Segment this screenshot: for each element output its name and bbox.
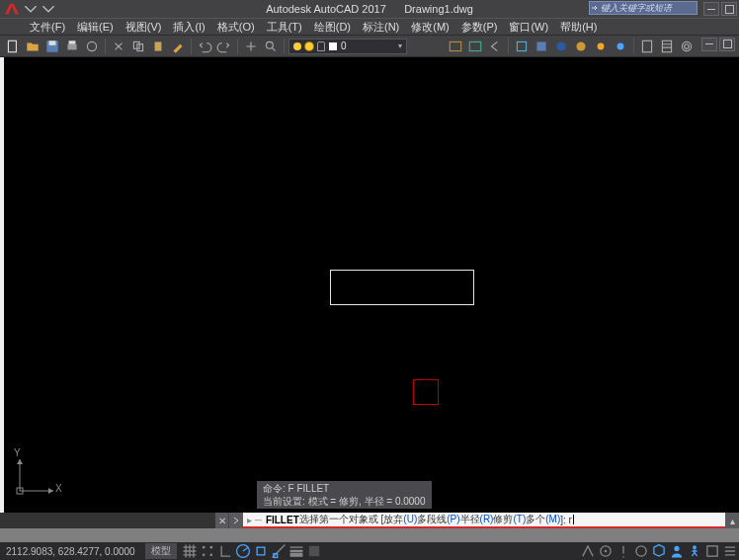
copy-button[interactable] [129,38,147,55]
quick-access-toolbar [41,2,55,16]
plot-preview-button[interactable] [83,38,101,55]
status-bar: 2112.9083, 628.4277, 0.0000 模型 [0,542,739,560]
redo-button[interactable] [215,38,233,55]
qat-dropdown-icon[interactable] [41,2,55,16]
workspace-switching-button[interactable] [597,543,615,559]
clean-screen-button[interactable] [703,543,721,559]
snap-toggle[interactable] [199,543,216,559]
menu-window[interactable]: 窗口(W) [509,20,548,35]
save-button[interactable] [43,38,61,55]
prompt-text: 选择第一个对象或 [ [299,513,384,526]
cut-button[interactable] [110,38,127,55]
title-bar: Autodesk AutoCAD 2017 Drawing1.dwg [0,0,739,18]
window-controls [703,2,737,16]
isolate-objects-button[interactable] [650,543,668,559]
prompt-option[interactable]: 多段线(P) [417,513,459,526]
new-button[interactable] [4,38,22,55]
render-button[interactable] [552,38,570,55]
sun-button[interactable] [592,38,610,55]
command-prompt[interactable]: ▸ ─ FILLET 选择第一个对象或 [ 放弃(U) 多段线(P) 半径(R)… [243,513,725,528]
person-icon[interactable] [668,543,686,559]
menu-insert[interactable]: 插入(I) [173,20,205,35]
svg-point-24 [209,546,212,549]
annotation-monitor-button[interactable] [615,543,632,559]
arrow-right-icon [590,3,599,13]
menu-dimension[interactable]: 标注(N) [363,20,399,35]
transparency-toggle[interactable] [305,543,323,559]
menu-parametric[interactable]: 参数(P) [461,20,498,35]
svg-rect-8 [155,41,162,50]
command-line-history-icon[interactable]: ▴ [725,513,739,528]
prompt-option[interactable]: 放弃(U) [383,513,417,526]
menu-tools[interactable]: 工具(T) [267,20,302,35]
osnap-toggle[interactable] [252,543,270,559]
layer-properties-button[interactable] [447,38,464,55]
zoom-button[interactable] [262,38,280,55]
hardware-acceleration-button[interactable] [632,543,650,559]
ortho-toggle[interactable] [216,543,234,559]
doc-minimize-button[interactable] [701,38,717,51]
svg-rect-12 [517,41,526,50]
svg-rect-7 [137,43,143,50]
menu-draw[interactable]: 绘图(D) [314,20,351,35]
match-properties-button[interactable] [169,38,187,55]
app-logo[interactable] [0,0,24,18]
svg-point-20 [685,43,690,48]
prompt-option[interactable]: 半径(R) [460,513,494,526]
menu-format[interactable]: 格式(O) [217,20,255,35]
help-search-input[interactable] [599,3,697,13]
ucs-icon: Y X [14,451,59,499]
coordinates-display[interactable]: 2112.9083, 628.4277, 0.0000 [0,546,141,557]
layer-previous-button[interactable] [486,38,504,55]
polar-toggle[interactable] [234,543,252,559]
doc-restore-button[interactable] [719,38,735,51]
prompt-option[interactable]: 修剪(T) [493,513,526,526]
light-button[interactable] [612,38,629,55]
help-search[interactable] [589,1,698,15]
menu-file[interactable]: 文件(F) [30,20,65,35]
toolbar-separator [284,39,285,54]
visual-style-button[interactable] [572,38,590,55]
grid-toggle[interactable] [181,543,199,559]
customize-status-bar-button[interactable] [721,543,739,559]
toolbar-separator [633,38,634,53]
command-line-grip[interactable] [0,513,215,528]
model-space-canvas[interactable]: Y X 命令: F FILLET 当前设置: 模式 = 修剪, 半径 = 0.0… [4,57,739,513]
menu-edit[interactable]: 编辑(E) [77,20,114,35]
otrack-toggle[interactable] [270,543,287,559]
open-button[interactable] [24,38,41,55]
prompt-option[interactable]: 多个(M) [526,513,560,526]
svg-point-23 [203,546,205,549]
pan-button[interactable] [242,38,260,55]
xref-button[interactable] [513,38,531,55]
layout-tab-strip[interactable] [0,528,739,542]
menu-modify[interactable]: 修改(M) [411,20,450,35]
command-line-close-icon[interactable]: ✕ [215,513,229,528]
menu-help[interactable]: 帮助(H) [560,20,597,35]
minimize-button[interactable] [703,2,719,16]
ucs-x-label: X [55,483,62,494]
lineweight-toggle[interactable] [287,543,305,559]
drawn-rectangle[interactable] [330,270,474,305]
command-line-customize-icon[interactable] [229,513,243,528]
person-walk-icon[interactable] [686,543,703,559]
menu-view[interactable]: 视图(V) [125,20,162,35]
chevron-down-icon: ▾ [398,41,402,50]
svg-point-14 [556,41,565,50]
layer-dropdown[interactable]: 0 ▾ [288,39,407,54]
print-button[interactable] [63,38,81,55]
svg-rect-36 [707,546,717,556]
drawing-area[interactable]: Y X 命令: F FILLET 当前设置: 模式 = 修剪, 半径 = 0.0… [0,57,739,513]
command-line[interactable]: ✕ ▸ ─ FILLET 选择第一个对象或 [ 放弃(U) 多段线(P) 半径(… [0,513,739,528]
tool-palettes-button[interactable] [678,38,696,55]
undo-button[interactable] [196,38,213,55]
paste-button[interactable] [149,38,167,55]
layer-state-button[interactable] [466,38,484,55]
model-space-button[interactable]: 模型 [145,543,177,559]
sheet-set-button[interactable] [658,38,676,55]
properties-button[interactable] [638,38,656,55]
annotation-scale-button[interactable] [579,543,597,559]
block-button[interactable] [533,38,550,55]
app-menu-dropdown-icon[interactable] [24,2,38,16]
restore-button[interactable] [721,2,737,16]
